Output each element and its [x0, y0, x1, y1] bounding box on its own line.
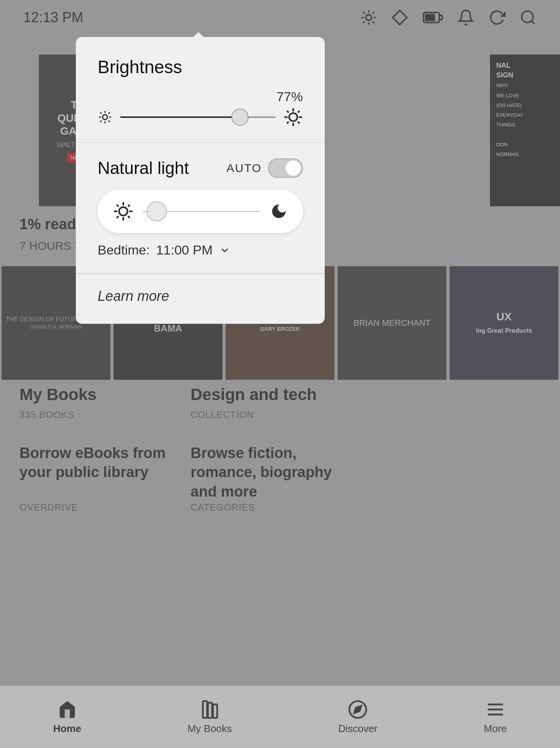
brightness-panel: Brightness 77% Natural light AUTO — [76, 37, 325, 324]
svg-line-47 — [117, 205, 119, 207]
bedtime-time: 11:00 PM — [156, 242, 213, 258]
sun-small-icon — [98, 110, 112, 125]
auto-toggle-group: AUTO — [226, 158, 303, 178]
brightness-section: Brightness 77% — [76, 37, 325, 143]
svg-point-26 — [103, 115, 108, 120]
auto-label: AUTO — [226, 162, 262, 175]
moon-icon — [270, 203, 287, 220]
learn-more-link[interactable]: Learn more — [98, 288, 169, 304]
brightness-slider-row — [98, 107, 303, 127]
svg-line-43 — [298, 111, 299, 112]
toggle-knob — [285, 160, 301, 176]
brightness-title: Brightness — [98, 56, 303, 77]
brightness-slider-thumb[interactable] — [231, 109, 248, 126]
brightness-percent: 77% — [98, 89, 303, 104]
natural-light-row: Natural light AUTO — [98, 158, 303, 178]
natural-light-section: Natural light AUTO — [76, 143, 325, 274]
svg-line-51 — [117, 216, 119, 218]
natural-light-label: Natural light — [98, 158, 189, 178]
sun-large-icon — [284, 107, 303, 127]
svg-line-39 — [298, 122, 299, 123]
svg-line-30 — [108, 121, 110, 122]
warmth-sun-icon — [113, 201, 133, 221]
bedtime-label: Bedtime: — [98, 242, 150, 258]
svg-point-44 — [119, 207, 128, 216]
svg-line-34 — [108, 112, 110, 114]
learn-more-section: Learn more — [76, 274, 325, 324]
chevron-down-icon[interactable] — [219, 244, 231, 256]
panel-arrow — [191, 32, 206, 40]
warmth-slider-track[interactable] — [143, 211, 261, 212]
brightness-slider-fill — [120, 116, 240, 118]
svg-line-42 — [287, 122, 289, 123]
svg-point-35 — [289, 113, 298, 121]
warmth-slider-thumb[interactable] — [147, 201, 167, 221]
bedtime-row: Bedtime: 11:00 PM — [98, 233, 303, 258]
natural-light-toggle[interactable] — [268, 158, 303, 178]
svg-line-38 — [287, 111, 289, 112]
svg-line-29 — [100, 112, 102, 114]
svg-line-52 — [128, 205, 130, 207]
warmth-slider-container — [98, 190, 303, 233]
warmth-section — [98, 178, 303, 233]
svg-line-33 — [100, 121, 102, 122]
brightness-slider-track[interactable] — [120, 116, 276, 118]
svg-line-48 — [128, 216, 130, 218]
